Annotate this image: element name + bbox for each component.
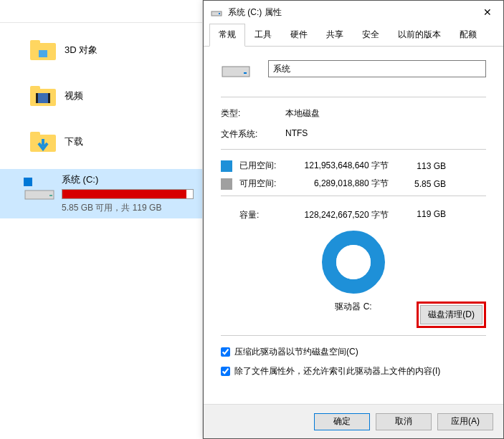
drive-usage-fill [62,190,186,198]
used-swatch-icon [221,160,232,172]
folder-videos[interactable]: 视频 [0,77,202,123]
folder-downloads[interactable]: 下载 [0,123,202,169]
tab-tools[interactable]: 工具 [245,24,281,46]
tab-previous[interactable]: 以前的版本 [389,24,450,46]
capacity-row: 容量: 128,242,667,520 字节 119 GB [239,209,486,221]
compress-label: 压缩此驱动器以节约磁盘空间(C) [234,346,358,358]
free-bytes: 6,289,018,880 字节 [295,178,403,190]
drive-subtext: 5.85 GB 可用，共 119 GB [62,202,194,214]
svg-rect-14 [219,13,220,14]
index-label: 除了文件属性外，还允许索引此驱动器上文件的内容(I) [234,365,440,377]
folder-list: 3D 对象 视频 下载 系统 (C:) 5.85 GB 可用，共 119 GB [0,23,202,218]
svg-rect-7 [48,93,50,103]
fs-label: 文件系统: [221,128,285,140]
svg-rect-1 [30,40,40,46]
svg-rect-2 [39,50,47,57]
svg-rect-9 [30,132,40,138]
divider [221,335,486,336]
type-label: 类型: [221,107,285,120]
svg-point-18 [336,245,371,279]
tab-content: 类型: 本地磁盘 文件系统: NTFS 已用空间: 121,953,648,64… [204,47,503,377]
button-bar: 确定 取消 应用(A) [204,404,503,438]
svg-rect-6 [36,93,38,103]
svg-rect-16 [244,72,247,74]
drive-name-input[interactable] [268,60,486,77]
fs-value: NTFS [285,128,486,140]
disk-cleanup-button[interactable]: 磁盘清理(D) [420,305,482,324]
properties-dialog: 系统 (C:) 属性 ✕ 常规 工具 硬件 共享 安全 以前的版本 配额 类型:… [203,0,504,439]
index-row: 除了文件属性外，还允许索引此驱动器上文件的内容(I) [221,365,486,377]
used-bytes: 121,953,648,640 字节 [295,160,403,172]
capacity-bytes: 128,242,667,520 字节 [295,209,403,221]
apply-button[interactable]: 应用(A) [437,413,493,430]
tab-quota[interactable]: 配额 [450,24,486,46]
tab-general[interactable]: 常规 [209,24,245,47]
explorer-panel: 3D 对象 视频 下载 系统 (C:) 5.85 GB 可用，共 119 GB [0,0,203,439]
svg-rect-12 [49,195,52,196]
used-label: 已用空间: [239,160,295,172]
index-checkbox[interactable] [221,367,230,376]
folder-3d-objects[interactable]: 3D 对象 [0,32,202,77]
ok-button[interactable]: 确定 [314,413,370,430]
divider [221,196,486,196]
free-size: 5.85 GB [403,179,446,189]
divider [221,149,486,150]
tab-hardware[interactable]: 硬件 [281,24,317,46]
tab-security[interactable]: 安全 [353,24,389,46]
drive-usage-bar [62,189,194,199]
folder-label: 3D 对象 [65,44,98,57]
drive-icon [22,173,57,202]
dialog-title: 系统 (C:) 属性 [228,6,471,19]
cancel-button[interactable]: 取消 [376,413,432,430]
folder-icon [29,37,57,63]
usage-pie-chart [321,230,386,296]
downloads-folder-icon [29,129,57,155]
type-row: 类型: 本地磁盘 [221,107,486,120]
drive-large-icon [221,58,251,79]
free-space-row: 可用空间: 6,289,018,880 字节 5.85 GB [221,178,486,190]
capacity-size: 119 GB [403,209,446,221]
free-swatch-icon [221,178,232,190]
folder-label: 下载 [65,135,83,148]
drive-info: 系统 (C:) 5.85 GB 可用，共 119 GB [62,173,202,214]
svg-rect-10 [24,178,32,186]
close-button[interactable]: ✕ [471,1,503,24]
divider [221,97,486,97]
drive-header [221,58,486,79]
type-value: 本地磁盘 [285,107,486,120]
svg-rect-15 [222,67,249,77]
filesystem-row: 文件系统: NTFS [221,128,486,140]
used-space-row: 已用空间: 121,953,648,640 字节 113 GB [221,160,486,172]
tab-sharing[interactable]: 共享 [317,24,353,46]
tab-bar: 常规 工具 硬件 共享 安全 以前的版本 配额 [204,24,503,47]
pie-chart-wrap: 驱动器 C: [221,230,486,313]
folder-label: 视频 [65,90,83,102]
titlebar[interactable]: 系统 (C:) 属性 ✕ [204,1,503,24]
used-size: 113 GB [403,161,446,171]
drive-label: 系统 (C:) [62,173,194,186]
compress-checkbox[interactable] [221,347,230,357]
explorer-toolbar [0,0,202,23]
cleanup-highlight: 磁盘清理(D) [417,301,486,328]
compress-row: 压缩此驱动器以节约磁盘空间(C) [221,346,486,358]
videos-folder-icon [29,83,57,109]
drive-c-item[interactable]: 系统 (C:) 5.85 GB 可用，共 119 GB [0,169,202,218]
capacity-label: 容量: [239,209,295,221]
free-label: 可用空间: [239,178,295,190]
svg-rect-4 [30,86,40,92]
drive-small-icon [211,6,222,18]
